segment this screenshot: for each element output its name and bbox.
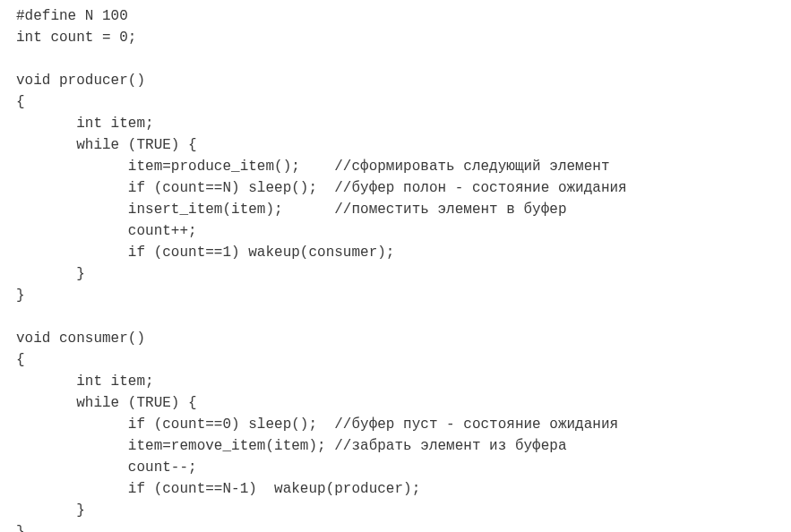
- code-listing: #define N 100 int count = 0; void produc…: [0, 0, 791, 532]
